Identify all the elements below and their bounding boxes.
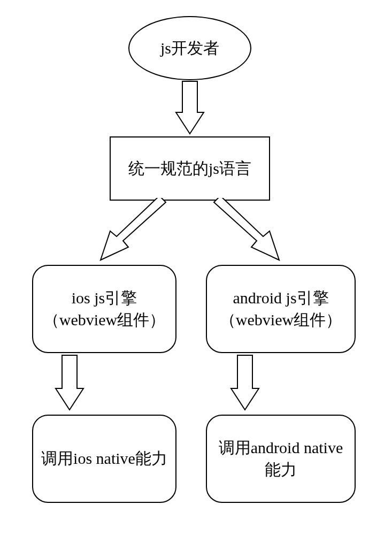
developer-label: js开发者 [129, 37, 250, 59]
arrow-ios-engine-to-native [55, 354, 84, 412]
node-ios-engine: ios js引擎（webview组件） [32, 265, 176, 353]
arrow-android-engine-to-native [230, 354, 260, 412]
unified-js-label: 统一规范的js语言 [111, 158, 269, 180]
node-android-engine: android js引擎（webview组件） [206, 265, 356, 353]
node-ios-native: 调用ios native能力 [32, 415, 176, 503]
node-developer: js开发者 [128, 16, 251, 80]
node-android-native: 调用android native能力 [206, 415, 356, 503]
arrow-unified-to-ios [91, 198, 182, 273]
android-engine-label: android js引擎（webview组件） [214, 287, 347, 331]
arrow-unified-to-android [198, 198, 289, 273]
ios-engine-label: ios js引擎（webview组件） [41, 287, 168, 331]
android-native-label: 调用android native能力 [214, 437, 347, 480]
ios-native-label: 调用ios native能力 [41, 448, 168, 470]
arrow-developer-to-unified [175, 80, 205, 136]
node-unified-js: 统一规范的js语言 [110, 136, 270, 201]
